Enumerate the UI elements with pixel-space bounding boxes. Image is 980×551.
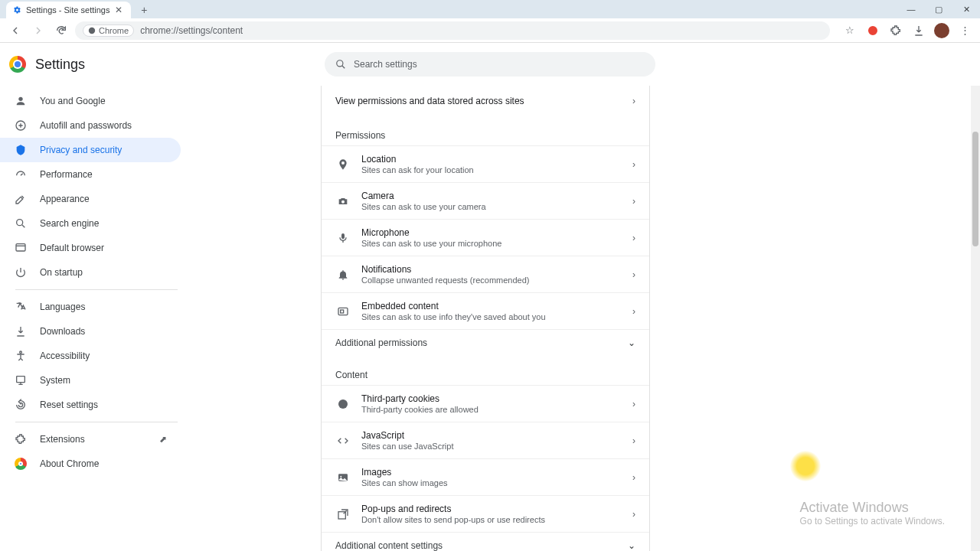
nav-you-and-google[interactable]: You and Google xyxy=(0,89,181,113)
nav-label: Default browser xyxy=(40,243,104,253)
accessibility-icon xyxy=(14,349,28,363)
nav-appearance[interactable]: Appearance xyxy=(0,187,181,211)
record-icon[interactable] xyxy=(864,21,882,40)
row-javascript[interactable]: JavaScriptSites can use JavaScript › xyxy=(322,422,649,458)
maximize-button[interactable]: ▢ xyxy=(925,0,952,18)
row-popups-redirects[interactable]: Pop-ups and redirectsDon't allow sites t… xyxy=(322,495,649,532)
chevron-right-icon: › xyxy=(632,472,635,483)
chevron-down-icon: ⌄ xyxy=(628,540,635,551)
svg-rect-4 xyxy=(16,244,25,251)
bell-icon xyxy=(335,267,351,282)
nav-label: About Chrome xyxy=(40,458,99,469)
row-additional-content-settings[interactable]: Additional content settings ⌄ xyxy=(322,532,649,551)
nav-label: Languages xyxy=(40,302,85,312)
nav-reset[interactable]: Reset settings xyxy=(0,393,181,417)
row-camera[interactable]: CameraSites can ask to use your camera › xyxy=(322,182,649,219)
row-embedded-content[interactable]: Embedded contentSites can ask to use inf… xyxy=(322,292,649,329)
extensions-icon[interactable] xyxy=(887,21,905,40)
power-icon xyxy=(14,266,28,279)
nav-label: System xyxy=(40,375,70,386)
nav-languages[interactable]: Languages xyxy=(0,295,181,319)
row-microphone[interactable]: MicrophoneSites can ask to use your micr… xyxy=(322,219,649,256)
nav-extensions[interactable]: Extensions⬈ xyxy=(0,427,181,452)
back-button[interactable] xyxy=(6,21,24,40)
nav-downloads[interactable]: Downloads xyxy=(0,319,181,344)
cookie-icon xyxy=(335,396,351,412)
nav-default-browser[interactable]: Default browser xyxy=(0,236,181,260)
paint-icon xyxy=(14,192,28,206)
chevron-right-icon: › xyxy=(632,96,635,106)
nav-accessibility[interactable]: Accessibility xyxy=(0,344,181,368)
row-notifications[interactable]: NotificationsCollapse unwanted requests … xyxy=(322,256,649,292)
nav-label: You and Google xyxy=(40,96,106,106)
minimize-button[interactable]: — xyxy=(897,0,925,18)
profile-avatar[interactable] xyxy=(933,21,951,40)
nav-performance[interactable]: Performance xyxy=(0,162,181,187)
image-icon xyxy=(335,470,351,485)
row-images[interactable]: ImagesSites can show images › xyxy=(322,458,649,495)
permissions-header: Permissions xyxy=(322,116,649,145)
cursor-highlight xyxy=(790,451,821,481)
nav-label: Appearance xyxy=(40,194,90,204)
star-icon[interactable]: ☆ xyxy=(841,21,859,40)
row-location[interactable]: LocationSites can ask for your location … xyxy=(322,145,649,182)
gear-icon xyxy=(12,5,21,15)
chrome-logo-icon xyxy=(9,56,26,73)
browser-toolbar: Chrome chrome://settings/content ☆ ⋮ xyxy=(0,18,980,43)
download-icon[interactable] xyxy=(910,21,928,40)
scrollbar-thumb[interactable] xyxy=(972,132,978,246)
scrollbar[interactable] xyxy=(971,86,980,551)
window-controls: — ▢ ✕ xyxy=(897,0,980,18)
settings-title: Settings xyxy=(35,57,85,73)
nav-search-engine[interactable]: Search engine xyxy=(0,211,181,236)
nav-about-chrome[interactable]: About Chrome xyxy=(0,452,181,476)
chevron-right-icon: › xyxy=(632,269,635,280)
omnibox-chip: Chrome xyxy=(83,24,134,37)
reload-button[interactable] xyxy=(52,21,70,40)
system-icon xyxy=(14,373,28,387)
settings-card: View permissions and data stored across … xyxy=(322,86,649,551)
chevron-right-icon: › xyxy=(632,509,635,520)
code-icon xyxy=(335,433,351,448)
nav-label: On startup xyxy=(40,267,83,278)
sidebar-divider xyxy=(15,289,178,290)
speedometer-icon xyxy=(14,168,28,181)
svg-rect-8 xyxy=(341,310,344,313)
nav-label: Reset settings xyxy=(40,399,98,410)
microphone-icon xyxy=(335,230,351,246)
row-third-party-cookies[interactable]: Third-party cookiesThird-party cookies a… xyxy=(322,385,649,422)
chevron-down-icon: ⌄ xyxy=(628,337,635,348)
content-area: View permissions and data stored across … xyxy=(193,86,980,551)
nav-label: Accessibility xyxy=(40,350,90,361)
nav-privacy-security[interactable]: Privacy and security xyxy=(0,138,181,162)
nav-label: Privacy and security xyxy=(40,145,122,155)
chevron-right-icon: › xyxy=(632,233,635,243)
svg-point-5 xyxy=(20,351,22,354)
autofill-icon xyxy=(14,119,28,132)
popup-icon xyxy=(335,507,351,522)
download-icon xyxy=(14,324,28,338)
row-view-permissions[interactable]: View permissions and data stored across … xyxy=(322,86,649,116)
omnibox-url: chrome://settings/content xyxy=(140,25,243,36)
close-tab-icon[interactable]: ✕ xyxy=(114,5,123,15)
chevron-right-icon: › xyxy=(632,306,635,317)
puzzle-icon xyxy=(14,432,28,446)
browser-tab[interactable]: Settings - Site settings ✕ xyxy=(6,2,131,18)
settings-search[interactable]: Search settings xyxy=(325,52,655,77)
nav-on-startup[interactable]: On startup xyxy=(0,260,181,285)
omnibox[interactable]: Chrome chrome://settings/content xyxy=(75,21,830,40)
new-tab-button[interactable]: + xyxy=(136,2,152,18)
svg-point-3 xyxy=(17,220,23,226)
search-icon xyxy=(14,217,28,230)
nav-system[interactable]: System xyxy=(0,368,181,393)
search-placeholder: Search settings xyxy=(354,59,417,70)
nav-autofill[interactable]: Autofill and passwords xyxy=(0,113,181,138)
row-additional-permissions[interactable]: Additional permissions ⌄ xyxy=(322,329,649,356)
menu-icon[interactable]: ⋮ xyxy=(956,21,974,40)
chevron-right-icon: › xyxy=(632,159,635,170)
windows-activation-watermark: Activate Windows Go to Settings to activ… xyxy=(800,500,945,527)
browser-icon xyxy=(14,241,28,255)
nav-label: Downloads xyxy=(40,326,85,337)
close-window-button[interactable]: ✕ xyxy=(952,0,980,18)
forward-button[interactable] xyxy=(29,21,47,40)
